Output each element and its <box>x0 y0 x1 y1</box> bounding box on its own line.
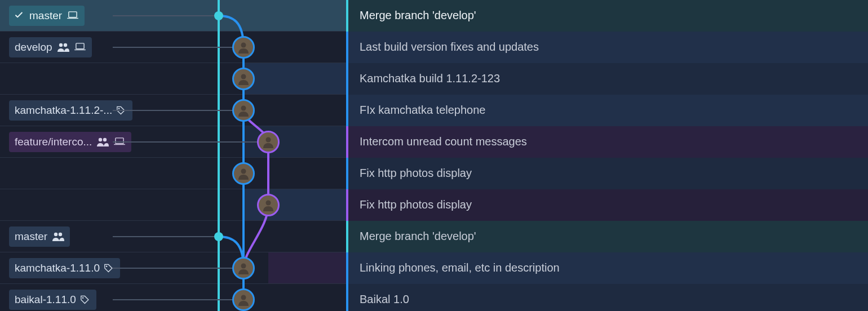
commit-message-bar: Linking phones, email, etc in descriptio… <box>346 252 868 284</box>
commit-node[interactable] <box>232 288 255 311</box>
users-icon <box>52 232 64 242</box>
commit-message: Kamchatka build 1.11.2-123 <box>360 72 500 85</box>
branch-badge[interactable]: master <box>9 226 70 247</box>
commit-message-bar: Merge branch 'develop' <box>346 0 868 32</box>
branch-badge[interactable]: develop <box>9 37 92 57</box>
commit-message: Last build version fixes and updates <box>360 41 539 54</box>
commit-row[interactable]: masterMerge branch 'develop' <box>0 0 868 32</box>
branch-name: baikal-1.11.0 <box>15 294 76 306</box>
commit-message: Fix http photos display <box>360 167 472 180</box>
avatar-icon <box>237 104 250 117</box>
commit-message: Linking phones, email, etc in descriptio… <box>360 261 560 274</box>
commit-message-bar: Baikal 1.0 <box>346 284 868 312</box>
laptop-icon <box>67 11 79 20</box>
branch-badge[interactable]: master <box>9 6 85 26</box>
commit-message-bar: Fix http photos display <box>346 158 868 189</box>
avatar-icon <box>237 262 250 274</box>
branch-name: kamchatka-1.11.2-... <box>15 104 112 117</box>
branch-name: develop <box>15 41 52 54</box>
commit-row[interactable]: baikal-1.11.0Baikal 1.0 <box>0 284 868 311</box>
commit-row[interactable]: Fix http photos display <box>0 189 868 221</box>
branch-name: master <box>15 230 47 243</box>
commit-message: FIx kamchatka telephone <box>360 104 485 117</box>
commit-message-bar: Last build version fixes and updates <box>346 32 868 63</box>
avatar-icon <box>262 199 274 211</box>
users-icon <box>96 137 109 147</box>
avatar-icon <box>262 136 274 148</box>
commit-node[interactable] <box>232 99 255 122</box>
merge-node[interactable] <box>214 11 223 20</box>
commit-row[interactable]: kamchatka-1.11.0Linking phones, email, e… <box>0 252 868 284</box>
commit-message-bar: FIx kamchatka telephone <box>346 95 868 126</box>
branch-name: kamchatka-1.11.0 <box>15 262 100 274</box>
avatar-icon <box>237 294 250 306</box>
check-icon <box>15 12 25 20</box>
laptop-icon <box>74 43 86 52</box>
commit-row[interactable]: Fix http photos display <box>0 158 868 189</box>
commit-message-bar: Merge branch 'develop' <box>346 221 868 252</box>
commit-row[interactable]: Kamchatka build 1.11.2-123 <box>0 63 868 95</box>
branch-badge[interactable]: feature/interco... <box>9 132 131 152</box>
commit-message-bar: Fix http photos display <box>346 189 868 221</box>
commit-message: Baikal 1.0 <box>360 293 409 306</box>
commit-message-bar: Kamchatka build 1.11.2-123 <box>346 63 868 95</box>
commit-message: Fix http photos display <box>360 198 472 211</box>
commit-message: Merge branch 'develop' <box>360 230 476 243</box>
merge-node[interactable] <box>214 232 223 241</box>
users-icon <box>57 42 69 52</box>
commit-message-bar: Intercom unread count messages <box>346 126 868 158</box>
branch-name: master <box>29 10 62 22</box>
branch-badge[interactable]: kamchatka-1.11.2-... <box>9 100 132 121</box>
tag-icon <box>81 295 91 305</box>
avatar-icon <box>237 167 250 180</box>
tag-icon <box>117 105 127 115</box>
commit-node[interactable] <box>257 194 280 216</box>
tag-icon <box>104 263 114 273</box>
commit-node[interactable] <box>257 131 280 153</box>
commit-row[interactable]: kamchatka-1.11.2-...FIx kamchatka teleph… <box>0 95 868 126</box>
commit-row[interactable]: masterMerge branch 'develop' <box>0 221 868 252</box>
branch-badge[interactable]: kamchatka-1.11.0 <box>9 258 120 278</box>
commit-message: Merge branch 'develop' <box>360 9 476 22</box>
commit-row-fill <box>219 0 346 32</box>
avatar-icon <box>237 73 250 85</box>
branch-badge[interactable]: baikal-1.11.0 <box>9 290 96 310</box>
commit-node[interactable] <box>232 257 255 279</box>
commit-row[interactable]: feature/interco...Intercom unread count … <box>0 126 868 158</box>
commit-node[interactable] <box>232 68 255 90</box>
commit-message: Intercom unread count messages <box>360 135 527 148</box>
avatar-icon <box>237 41 250 54</box>
commit-node[interactable] <box>232 36 255 59</box>
laptop-icon <box>113 137 126 146</box>
commit-node[interactable] <box>232 162 255 185</box>
branch-name: feature/interco... <box>15 136 92 148</box>
commit-row[interactable]: developLast build version fixes and upda… <box>0 32 868 63</box>
